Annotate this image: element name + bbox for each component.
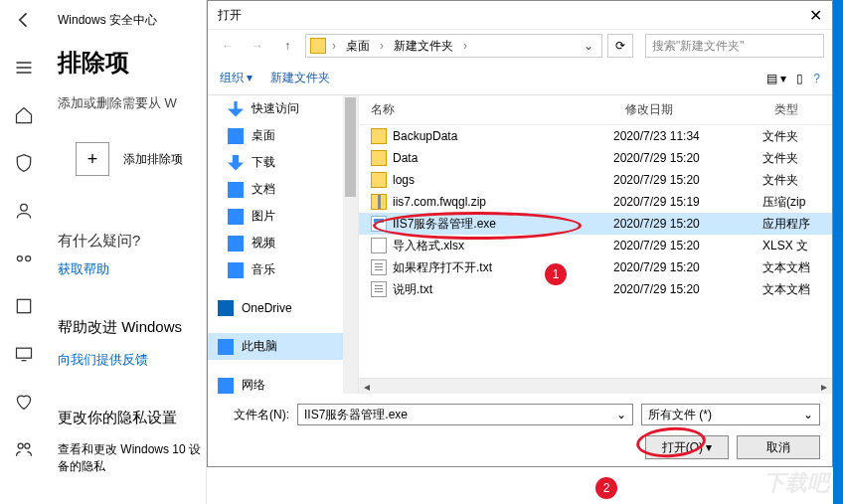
privacy-heading: 更改你的隐私设置 (58, 409, 206, 427)
net-icon (218, 378, 234, 394)
svg-point-6 (25, 443, 30, 448)
svg-rect-3 (17, 299, 30, 312)
tree-scrollbar[interactable] (343, 95, 358, 394)
window-title: Windows 安全中心 (58, 8, 206, 41)
page-title: 排除项 (58, 47, 206, 79)
preview-icon[interactable]: ▯ (796, 72, 803, 85)
vid-icon (228, 236, 244, 252)
filter-select[interactable]: 所有文件 (*)⌄ (641, 404, 820, 425)
dl-icon (228, 155, 244, 171)
shield-icon[interactable] (14, 153, 34, 173)
tree-item[interactable]: 此电脑 (208, 333, 358, 360)
settings-rail (0, 0, 48, 504)
tree-item[interactable]: 视频 (208, 230, 358, 256)
back-icon[interactable] (14, 10, 34, 30)
privacy-sub: 查看和更改 Windows 10 设备的隐私 (58, 441, 206, 475)
col-date[interactable]: 修改日期 (613, 101, 762, 118)
add-exclusion-row[interactable]: + 添加排除项 (76, 142, 206, 176)
family-icon[interactable] (14, 439, 34, 459)
zip-icon (371, 194, 387, 210)
file-row[interactable]: 说明.txt2020/7/29 15:20文本文档 (359, 278, 832, 300)
doc-icon (228, 182, 244, 198)
file-row[interactable]: 导入格式.xlsx2020/7/29 15:20XLSX 文 (359, 235, 832, 256)
health-icon[interactable] (14, 392, 34, 412)
home-icon[interactable] (14, 105, 34, 125)
nav-back-icon: ← (216, 34, 240, 58)
chevron-down-icon[interactable]: ⌄ (616, 408, 626, 421)
filename-label: 文件名(N): (220, 407, 289, 423)
svg-point-0 (21, 204, 28, 211)
exe-icon (371, 216, 387, 232)
chevron-right-icon: › (376, 39, 388, 53)
chevron-right-icon: › (459, 39, 471, 53)
crumb-folder[interactable]: 新建文件夹 (390, 38, 457, 55)
tree-item[interactable]: 图片 (208, 203, 358, 230)
app-icon[interactable] (14, 296, 34, 316)
dialog-title: 打开 (218, 7, 242, 24)
page-subtitle: 添加或删除需要从 W (58, 94, 206, 112)
organize-button[interactable]: 组织 ▾ (220, 70, 253, 86)
tree-item[interactable]: 下载 (208, 149, 358, 176)
file-list: 名称 修改日期 类型 BackupData2020/7/23 11:34文件夹D… (359, 95, 832, 394)
txt-icon (371, 281, 387, 297)
cancel-button[interactable]: 取消 (737, 435, 820, 459)
h-scrollbar[interactable]: ◂ ▸ (359, 378, 832, 394)
close-icon[interactable]: ✕ (809, 6, 822, 25)
folder-icon (371, 150, 387, 166)
chevron-down-icon[interactable]: ⌄ (580, 39, 597, 53)
img-icon (228, 209, 244, 225)
xlsx-icon (371, 238, 387, 253)
device-icon[interactable] (14, 344, 34, 364)
menu-icon[interactable] (14, 58, 34, 78)
mus-icon (228, 262, 244, 278)
svg-point-5 (18, 443, 23, 448)
feedback-link[interactable]: 向我们提供反馈 (58, 351, 206, 369)
svg-point-2 (26, 256, 31, 261)
tree-item[interactable]: 快速访问 (208, 95, 358, 122)
tree-item[interactable]: 文档 (208, 176, 358, 203)
settings-content: Windows 安全中心 排除项 添加或删除需要从 W + 添加排除项 有什么疑… (48, 0, 206, 504)
help-icon[interactable]: ? (813, 72, 820, 85)
od-icon (218, 300, 234, 316)
file-row[interactable]: logs2020/7/29 15:20文件夹 (359, 169, 832, 191)
scroll-right-icon[interactable]: ▸ (816, 379, 832, 395)
chevron-down-icon[interactable]: ⌄ (803, 408, 813, 421)
file-row[interactable]: iis7.com.fwqgl.zip2020/7/29 15:19压缩(zip (359, 191, 832, 213)
tree-item[interactable]: 音乐 (208, 256, 358, 283)
view-icon[interactable]: ▤ ▾ (766, 72, 786, 85)
nav-tree: 快速访问桌面下载文档图片视频音乐OneDrive此电脑网络 (208, 95, 359, 394)
file-row[interactable]: IIS7服务器管理.exe2020/7/29 15:20应用程序 (359, 213, 832, 235)
tree-item[interactable]: OneDrive (208, 295, 358, 321)
col-type[interactable]: 类型 (762, 101, 832, 118)
file-row[interactable]: 如果程序打不开.txt2020/7/29 15:20文本文档 (359, 256, 832, 278)
tree-item[interactable]: 网络 (208, 372, 358, 394)
folder-icon (310, 38, 326, 54)
folder-icon (371, 172, 387, 188)
nav-forward-icon: → (246, 34, 269, 58)
open-button[interactable]: 打开(O) ▾ (645, 435, 729, 459)
help-link[interactable]: 获取帮助 (58, 260, 206, 278)
pc-icon (218, 339, 234, 355)
question-heading: 有什么疑问? (58, 232, 206, 251)
crumb-desktop[interactable]: 桌面 (342, 38, 374, 55)
file-row[interactable]: BackupData2020/7/23 11:34文件夹 (359, 125, 832, 147)
breadcrumb[interactable]: › 桌面 › 新建文件夹 › ⌄ (305, 34, 602, 58)
scroll-left-icon[interactable]: ◂ (359, 379, 375, 395)
account-icon[interactable] (14, 201, 34, 221)
refresh-icon[interactable]: ⟳ (607, 34, 633, 58)
file-open-dialog: 打开 ✕ ← → ↑ › 桌面 › 新建文件夹 › ⌄ ⟳ 搜索"新建文件夹" … (207, 0, 833, 467)
filename-input[interactable]: IIS7服务器管理.exe⌄ (297, 404, 633, 425)
settings-panel: Windows 安全中心 排除项 添加或删除需要从 W + 添加排除项 有什么疑… (0, 0, 207, 504)
firewall-icon[interactable] (14, 249, 34, 268)
file-row[interactable]: Data2020/7/29 15:20文件夹 (359, 147, 832, 169)
desk-icon (228, 128, 244, 144)
tree-item[interactable]: 桌面 (208, 122, 358, 149)
new-folder-button[interactable]: 新建文件夹 (270, 70, 330, 86)
improve-heading: 帮助改进 Windows (58, 318, 206, 337)
svg-rect-4 (17, 348, 32, 358)
nav-up-icon[interactable]: ↑ (275, 34, 299, 58)
col-name[interactable]: 名称 (359, 101, 613, 118)
annotation-dot: 2 (595, 477, 617, 499)
search-input[interactable]: 搜索"新建文件夹" (645, 34, 824, 58)
add-exclusion-label: 添加排除项 (123, 151, 183, 168)
